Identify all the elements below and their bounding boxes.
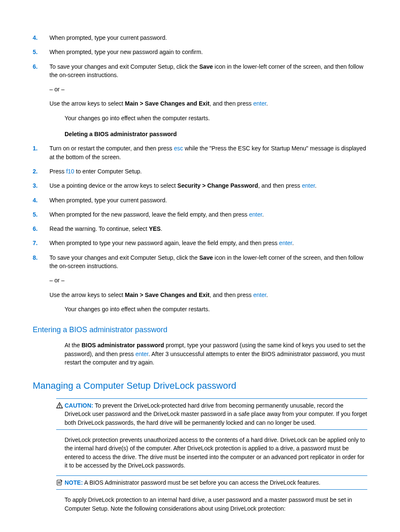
step-text: Use a pointing device or the arrow keys … [49, 181, 367, 190]
paragraph: DriveLock protection prevents unauthoriz… [65, 436, 367, 470]
list-item: 2. Press f10 to enter Computer Setup. [33, 167, 367, 176]
steps-list-b: 1. Turn on or restart the computer, and … [33, 144, 367, 299]
step-text: When prompted, type your new password ag… [49, 48, 367, 56]
step-number: 1. [33, 144, 49, 161]
subsection-heading: Deleting a BIOS administrator password [65, 130, 367, 138]
step-number: 4. [33, 34, 49, 42]
note-label: NOTE: [65, 479, 83, 486]
or-separator: – or – [49, 276, 367, 284]
note-text: NOTE: A BIOS Administrator password must… [65, 478, 367, 487]
step-number: 5. [33, 210, 49, 219]
caution-text: CAUTION: To prevent the DriveLock-protec… [65, 401, 367, 427]
steps-list-a: 4. When prompted, type your current pass… [33, 34, 367, 108]
caution-icon [56, 401, 65, 427]
note-icon [56, 478, 65, 487]
step-text: Turn on or restart the computer, and the… [49, 144, 367, 161]
step-number: 3. [33, 181, 49, 190]
paragraph: Your changes go into effect when the com… [65, 305, 367, 313]
paragraph: To apply DriveLock protection to an inte… [65, 496, 367, 513]
step-number: 4. [33, 196, 49, 204]
caution-box: CAUTION: To prevent the DriveLock-protec… [56, 398, 367, 430]
list-item: 7. When prompted to type your new passwo… [33, 239, 367, 247]
list-item: 6. Read the warning. To continue, select… [33, 225, 367, 233]
step-text: When prompted, type your current passwor… [49, 196, 367, 204]
alt-instruction: Use the arrow keys to select Main > Save… [49, 291, 367, 299]
list-item: 8. To save your changes and exit Compute… [33, 253, 367, 299]
step-text: To save your changes and exit Computer S… [49, 253, 367, 299]
step-text: When prompted to type your new password … [49, 239, 367, 247]
caution-label: CAUTION: [65, 402, 93, 409]
list-item: 1. Turn on or restart the computer, and … [33, 144, 367, 161]
list-item: 4. When prompted, type your current pass… [33, 196, 367, 204]
alt-instruction: Use the arrow keys to select Main > Save… [49, 99, 367, 108]
list-item: 5. When prompted, type your new password… [33, 48, 367, 56]
list-item: 6. To save your changes and exit Compute… [33, 62, 367, 108]
list-item: 5. When prompted for the new password, l… [33, 210, 367, 219]
heading-managing-drivelock: Managing a Computer Setup DriveLock pass… [33, 379, 367, 393]
step-number: 2. [33, 167, 49, 176]
step-number: 8. [33, 253, 49, 299]
note-box: NOTE: A BIOS Administrator password must… [56, 475, 367, 490]
list-item: 3. Use a pointing device or the arrow ke… [33, 181, 367, 190]
heading-entering-bios-password: Entering a BIOS administrator password [33, 324, 367, 335]
step-text: To save your changes and exit Computer S… [49, 62, 367, 108]
paragraph: Your changes go into effect when the com… [65, 114, 367, 122]
step-number: 6. [33, 225, 49, 233]
list-item: 4. When prompted, type your current pass… [33, 34, 367, 42]
step-number: 6. [33, 62, 49, 108]
or-separator: – or – [49, 85, 367, 93]
step-text: When prompted for the new password, leav… [49, 210, 367, 219]
step-number: 5. [33, 48, 49, 56]
step-text: When prompted, type your current passwor… [49, 34, 367, 42]
paragraph: At the BIOS administrator password promp… [65, 341, 367, 367]
step-text: Press f10 to enter Computer Setup. [49, 167, 367, 176]
step-number: 7. [33, 239, 49, 247]
svg-point-1 [59, 407, 60, 408]
step-text: Read the warning. To continue, select YE… [49, 225, 367, 233]
